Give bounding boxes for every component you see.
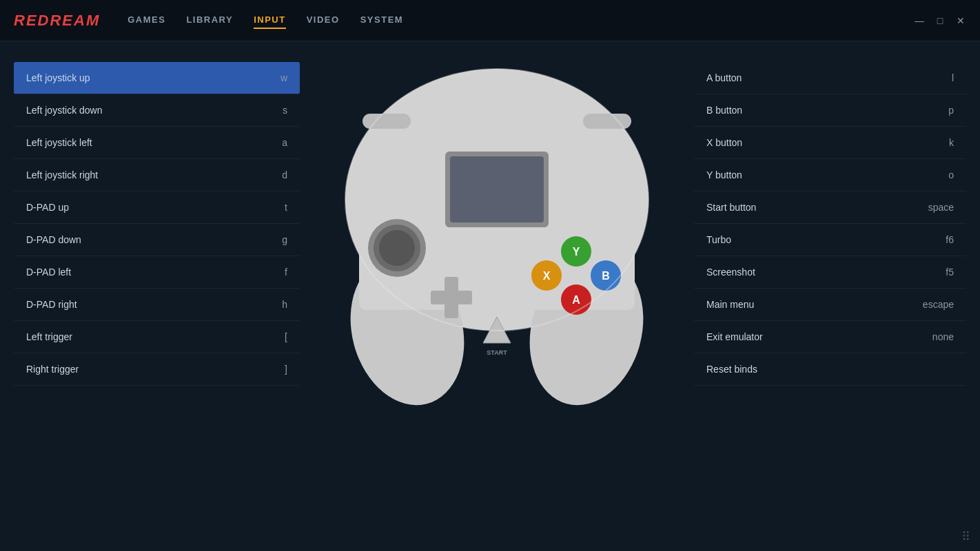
binding-key: h	[282, 299, 287, 310]
binding-start-button[interactable]: Start button space	[694, 191, 966, 224]
binding-key: t	[285, 202, 287, 213]
binding-label: D-PAD left	[26, 267, 71, 278]
binding-key: [	[285, 331, 287, 342]
minimize-button[interactable]: —	[914, 15, 925, 26]
main-content: Left joystick up w Left joystick down s …	[0, 41, 980, 551]
svg-rect-22	[583, 114, 631, 129]
binding-label: Left joystick left	[26, 137, 92, 148]
window-controls: — □ ✕	[914, 15, 966, 26]
binding-left-joystick-down[interactable]: Left joystick down s	[14, 94, 300, 127]
close-button[interactable]: ✕	[955, 15, 966, 26]
binding-key: d	[282, 169, 287, 180]
binding-label: D-PAD right	[26, 299, 77, 310]
nav-library[interactable]: LIBRARY	[186, 12, 233, 29]
right-bindings-panel: A button l B button p X button k Y butto…	[694, 62, 966, 386]
binding-key: p	[948, 105, 954, 116]
binding-b-button[interactable]: B button p	[694, 94, 966, 127]
binding-exit-emulator[interactable]: Exit emulator none	[694, 321, 966, 353]
binding-key: ]	[285, 364, 287, 375]
binding-main-menu[interactable]: Main menu escape	[694, 289, 966, 321]
nav-system[interactable]: SYSTEM	[360, 12, 403, 29]
corner-decoration-icon: ⠿	[961, 529, 970, 544]
binding-key: w	[280, 72, 287, 83]
logo-accent: RE	[14, 12, 38, 29]
maximize-button[interactable]: □	[935, 15, 946, 26]
binding-left-trigger[interactable]: Left trigger [	[14, 321, 300, 353]
nav-input[interactable]: INPUT	[254, 12, 286, 29]
binding-key: f	[285, 267, 287, 278]
binding-label: X button	[706, 137, 742, 148]
logo-text: DREAM	[38, 12, 101, 29]
svg-text:START: START	[487, 349, 507, 356]
left-bindings-panel: Left joystick up w Left joystick down s …	[14, 62, 300, 386]
binding-label: Left joystick right	[26, 169, 98, 180]
binding-key: g	[282, 234, 287, 245]
binding-label: Start button	[706, 202, 756, 213]
svg-rect-5	[450, 156, 544, 222]
binding-key: l	[952, 72, 954, 83]
binding-x-button[interactable]: X button k	[694, 127, 966, 159]
binding-label: Reset binds	[706, 364, 757, 375]
binding-label: D-PAD up	[26, 202, 69, 213]
binding-label: B button	[706, 105, 742, 116]
binding-left-joystick-up[interactable]: Left joystick up w	[14, 62, 300, 94]
binding-dpad-right[interactable]: D-PAD right h	[14, 289, 300, 321]
controller-display: A B X Y START	[300, 62, 694, 420]
binding-y-button[interactable]: Y button o	[694, 159, 966, 191]
binding-label: Left trigger	[26, 331, 72, 342]
binding-label: Left joystick up	[26, 72, 90, 83]
binding-left-joystick-right[interactable]: Left joystick right d	[14, 159, 300, 191]
binding-key: k	[949, 137, 954, 148]
binding-turbo[interactable]: Turbo f6	[694, 224, 966, 256]
svg-text:X: X	[543, 270, 551, 282]
binding-reset-binds[interactable]: Reset binds	[694, 353, 966, 386]
svg-text:B: B	[602, 270, 610, 282]
binding-label: Y button	[706, 169, 742, 180]
binding-key: f6	[946, 234, 954, 245]
binding-dpad-left[interactable]: D-PAD left f	[14, 256, 300, 289]
binding-label: Left joystick down	[26, 105, 103, 116]
binding-label: Main menu	[706, 299, 754, 310]
binding-a-button[interactable]: A button l	[694, 62, 966, 94]
binding-key: space	[928, 202, 954, 213]
binding-key: s	[283, 105, 287, 116]
app-logo: REDREAM	[14, 12, 100, 30]
binding-label: Exit emulator	[706, 331, 763, 342]
nav-video[interactable]: VIDEO	[307, 12, 340, 29]
binding-key: o	[948, 169, 954, 180]
main-nav: GAMES LIBRARY INPUT VIDEO SYSTEM	[127, 12, 914, 29]
svg-rect-10	[431, 291, 472, 304]
binding-label: Right trigger	[26, 364, 79, 375]
binding-key: a	[282, 137, 287, 148]
binding-right-trigger[interactable]: Right trigger ]	[14, 353, 300, 386]
svg-text:Y: Y	[573, 246, 580, 258]
nav-games[interactable]: GAMES	[127, 12, 165, 29]
binding-screenshot[interactable]: Screenshot f5	[694, 256, 966, 289]
controller-image: A B X Y START	[318, 62, 676, 420]
binding-label: A button	[706, 72, 742, 83]
binding-label: Turbo	[706, 234, 731, 245]
svg-point-8	[379, 230, 415, 266]
svg-text:A: A	[572, 294, 580, 306]
binding-key: f5	[946, 267, 954, 278]
binding-key: escape	[923, 299, 954, 310]
binding-label: D-PAD down	[26, 234, 81, 245]
binding-key: none	[932, 331, 954, 342]
header: REDREAM GAMES LIBRARY INPUT VIDEO SYSTEM…	[0, 0, 980, 41]
binding-dpad-down[interactable]: D-PAD down g	[14, 224, 300, 256]
svg-rect-21	[363, 114, 411, 129]
binding-label: Screenshot	[706, 267, 755, 278]
binding-left-joystick-left[interactable]: Left joystick left a	[14, 127, 300, 159]
binding-dpad-up[interactable]: D-PAD up t	[14, 191, 300, 224]
